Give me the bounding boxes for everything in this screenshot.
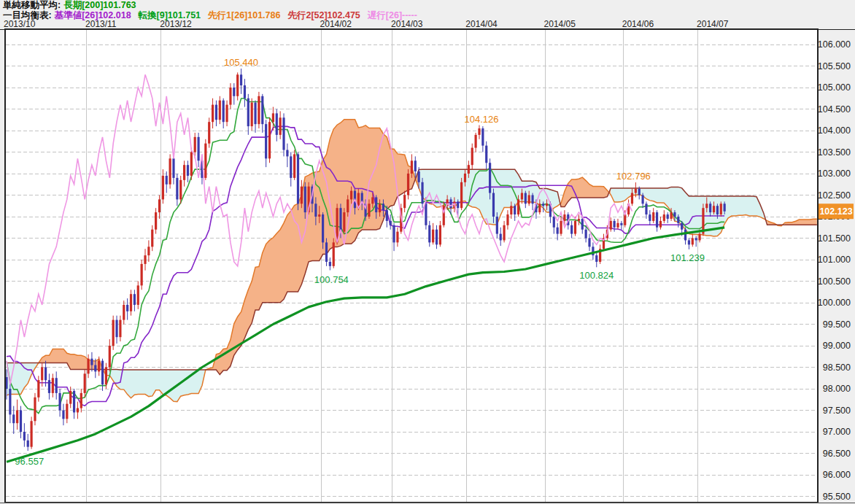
candle-body [659,221,662,228]
candle-body [37,380,39,398]
price-annotation: 100.754 [314,274,349,285]
candle-body [538,203,541,212]
candle-body [670,212,672,219]
candle-body [436,230,438,245]
candle-body [41,368,43,381]
price-tick-label: 99.500 [823,319,851,330]
candle-body [695,239,697,241]
candle-body [80,393,82,408]
price-tick-label: 97.500 [823,406,851,416]
candle-body [673,212,676,217]
candle-body [282,117,285,150]
candle-body [90,359,93,365]
candle-body [329,262,331,266]
candle-body [631,193,633,204]
date-axis: 2013/102013/112013/122014/022014/032014/… [4,19,729,29]
price-annotation: 96.557 [15,456,44,467]
candle-body [31,421,33,446]
candle-body [382,203,384,210]
candle-body [123,305,125,320]
candle-body [496,217,498,234]
candle-body [84,373,86,393]
price-tick-label: 102.500 [818,190,851,201]
candle-body [229,88,231,105]
candle-body [258,96,260,124]
candle-body [432,230,434,243]
candle-body [208,122,210,144]
candle-body [411,160,413,174]
candle-body [553,217,555,228]
candle-body [595,255,597,262]
candle-body [386,210,388,221]
candle-body [58,393,61,411]
candle-body [347,199,349,212]
candle-body [272,113,274,122]
candle-body [225,105,228,123]
price-tick-label: 105.000 [818,82,851,93]
candle-body [692,239,694,245]
candle-body [720,203,722,214]
candle-body [368,203,370,217]
date-tick-label: 2014/02 [320,19,352,29]
candle-body [276,113,278,135]
candle-body [244,85,246,98]
indicator-value: 転換[9]101.751 [139,10,201,20]
candle-body [705,203,708,208]
candle-body [667,214,669,219]
candle-body [212,105,214,123]
current-price-tag: 102.123 [819,203,854,219]
candle-body [98,361,100,372]
candle-body [709,203,711,212]
date-tick-label: 2014/06 [622,19,654,29]
candle-body [314,203,317,217]
date-tick-label: 2014/07 [697,19,729,29]
candle-body [514,206,516,214]
candle-body [204,144,206,178]
candle-body [468,165,470,174]
price-chart-canvas[interactable]: 96.557105.440104.126102.796100.754100.82… [0,0,855,504]
candle-body [531,195,533,204]
candle-body [585,230,587,239]
ichimoku-header-line: 一目均衡表:基準値[26]102.018転換[9]101.751先行1[26]1… [3,11,425,21]
date-tick-label: 2014/05 [544,19,576,29]
candle-body [134,294,136,305]
candle-body [247,98,249,126]
candle-body [620,223,622,225]
candle-body [16,411,18,424]
candle-body [578,219,580,221]
candle-body [197,137,199,160]
candle-body [101,361,104,384]
price-annotation: 101.239 [670,252,705,263]
sma-header-label: 単純移動平均: [3,0,61,10]
candle-body [616,223,619,228]
candle-body [698,234,700,241]
candle-body [268,122,271,158]
candle-body [194,137,196,152]
candle-body [158,199,160,212]
candle-body [155,212,157,230]
candle-body [45,368,47,381]
candle-body [396,232,398,243]
candle-body [151,230,153,247]
candle-body [219,101,221,120]
candle-body [301,187,303,204]
candle-body [510,206,512,214]
candle-body [614,221,616,228]
candle-body [525,193,527,204]
candle-body [521,193,523,200]
candle-body [464,174,466,182]
candle-body [166,176,168,185]
candle-body [684,230,686,241]
candle-body [677,217,679,223]
price-tick-label: 100.500 [818,276,851,287]
candle-body [162,176,164,199]
price-tick-label: 96.500 [823,449,851,459]
candle-body [481,128,484,146]
candle-body [418,171,420,182]
candle-body [656,212,658,228]
candle-body [27,441,29,447]
date-tick-label: 2013/11 [85,19,117,29]
candle-body [517,199,519,214]
candle-body [403,195,406,209]
date-tick-label: 2014/03 [391,19,423,29]
